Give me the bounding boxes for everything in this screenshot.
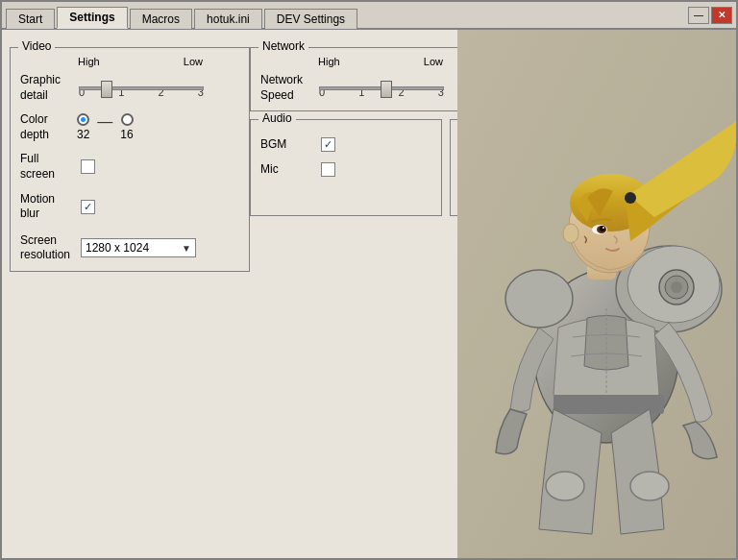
tab-settings[interactable]: Settings <box>57 7 127 29</box>
network-high-label: High <box>318 56 340 67</box>
network-speed-slider-container: 0 1 2 3 <box>319 79 444 98</box>
network-title: Network <box>258 39 308 53</box>
color-dash: — <box>97 113 112 131</box>
graphic-high-label: High <box>78 56 100 67</box>
content-area: Video High Low Graphic detail 0 1 <box>2 30 736 558</box>
resolution-dropdown[interactable]: 1280 x 1024 ▼ <box>81 238 196 257</box>
graphic-detail-row: Graphic detail 0 1 2 3 <box>20 73 239 103</box>
mic-checkbox[interactable] <box>321 162 335 177</box>
bgm-row: BGM <box>260 137 431 153</box>
color-32-option[interactable]: 32 <box>77 113 89 141</box>
resolution-value: 1280 x 1024 <box>86 241 149 255</box>
bgm-label: BGM <box>260 137 313 153</box>
motion-blur-row: Motion blur <box>20 192 239 222</box>
mic-label: Mic <box>260 162 313 178</box>
color-depth-label: Color depth <box>20 112 73 142</box>
fullscreen-row: Full screen <box>20 152 239 182</box>
color-32-label: 32 <box>77 128 89 141</box>
graphic-detail-thumb[interactable] <box>101 81 112 98</box>
color-16-radio[interactable] <box>121 113 134 126</box>
main-window: Start Settings Macros hotuk.ini DEV Sett… <box>0 0 738 560</box>
tab-hotuk[interactable]: hotuk.ini <box>194 9 262 29</box>
dropdown-arrow-icon: ▼ <box>182 243 191 254</box>
network-speed-track <box>319 86 444 90</box>
network-speed-label: Network Speed <box>260 73 313 103</box>
video-section: Video High Low Graphic detail 0 1 <box>10 47 250 272</box>
graphic-low-label: Low <box>184 56 203 67</box>
graphic-high-low: High Low <box>78 56 203 67</box>
fullscreen-checkbox[interactable] <box>81 159 95 174</box>
fullscreen-label: Full screen <box>20 152 73 182</box>
resolution-row: Screen resolution 1280 x 1024 ▼ <box>20 233 239 263</box>
graphic-detail-label: Graphic detail <box>20 73 73 103</box>
audio-title: Audio <box>258 111 296 125</box>
network-low-label: Low <box>424 56 443 67</box>
network-speed-thumb[interactable] <box>381 81 392 98</box>
video-title: Video <box>18 39 55 53</box>
tab-macros[interactable]: Macros <box>130 9 192 29</box>
close-button[interactable]: ✕ <box>711 7 732 24</box>
mic-row: Mic <box>260 162 431 178</box>
bgm-checkbox[interactable] <box>321 137 335 152</box>
character-illustration <box>457 30 736 558</box>
tab-bar: Start Settings Macros hotuk.ini DEV Sett… <box>2 2 736 30</box>
graphic-detail-slider-container: 0 1 2 3 <box>79 79 204 98</box>
motion-blur-checkbox[interactable] <box>81 200 95 214</box>
character-svg <box>457 30 736 558</box>
left-panel: Video High Low Graphic detail 0 1 <box>10 37 250 550</box>
audio-section: Audio BGM Mic <box>250 119 442 215</box>
color-depth-row: Color depth 32 — 16 <box>20 112 239 142</box>
color-16-option[interactable]: 16 <box>120 113 133 141</box>
tab-start[interactable]: Start <box>6 9 55 29</box>
color-32-radio[interactable] <box>77 113 89 126</box>
minimize-button[interactable]: — <box>688 7 709 24</box>
network-high-low: High Low <box>318 56 443 67</box>
motion-blur-label: Motion blur <box>20 192 73 222</box>
resolution-label: Screen resolution <box>20 233 73 263</box>
color-16-label: 16 <box>120 128 133 141</box>
window-controls: — ✕ <box>688 7 732 24</box>
graphic-detail-track <box>79 86 204 90</box>
tab-dev-settings[interactable]: DEV Settings <box>264 9 357 29</box>
svg-rect-21 <box>457 30 736 558</box>
